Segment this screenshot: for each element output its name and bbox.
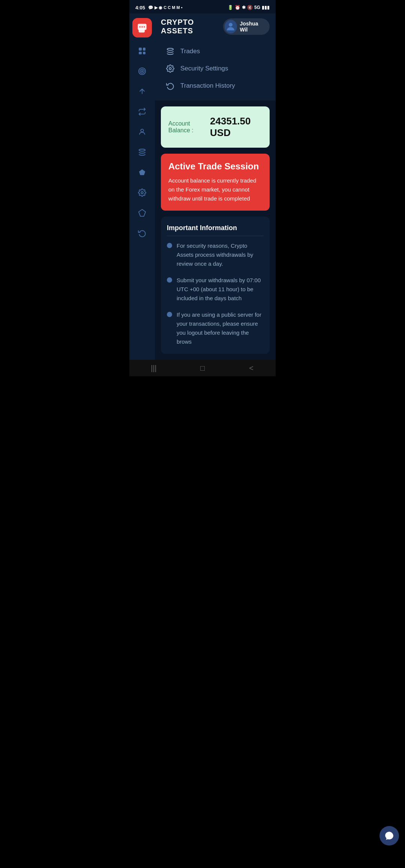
svg-point-14: [229, 23, 232, 27]
nav-item-trades[interactable]: Trades: [161, 43, 276, 60]
bottom-nav-menu-button[interactable]: |||: [147, 361, 160, 375]
info-item-text-2: Submit your withdrawals by 07:00 UTC +00…: [177, 276, 264, 303]
info-bullet-3: [167, 312, 172, 317]
svg-marker-11: [139, 169, 146, 175]
status-bar: 4:05 💬 ▶ ◉ C C M M • 🔋 ⏰ ✱ 🔇 5G ▮▮▮: [129, 0, 276, 13]
bottom-nav-back-button[interactable]: <: [244, 361, 258, 375]
transaction-history-label: Transaction History: [180, 82, 235, 90]
security-settings-label: Security Settings: [180, 65, 228, 72]
svg-point-9: [141, 129, 143, 132]
sidebar-chat-button[interactable]: [132, 18, 152, 37]
info-item-text-3: If you are using a public server for you…: [177, 310, 264, 346]
sidebar-item-exchange[interactable]: [135, 105, 149, 118]
svg-point-3: [141, 26, 143, 28]
nav-item-security[interactable]: Security Settings: [161, 60, 276, 77]
app-title: CRYPTO ASSETS: [161, 18, 223, 35]
time-display: 4:05: [135, 5, 145, 10]
info-list-item-1: For security reasons, Crypto Assets proc…: [167, 241, 264, 268]
user-name: Joshua Wil: [240, 21, 265, 33]
account-balance-card: Account Balance : 24351.50 USD: [161, 106, 270, 148]
bluetooth-icon: ✱: [242, 5, 246, 10]
alarm-icon: ⏰: [235, 5, 240, 10]
main-content: CRYPTO ASSETS Joshua Wil: [155, 13, 276, 360]
trade-session-title: Active Trade Session: [168, 161, 262, 172]
balance-amount: 24351.50 USD: [210, 115, 262, 139]
svg-point-12: [141, 192, 143, 194]
battery-icon: 🔋: [228, 5, 233, 10]
important-info-title: Important Information: [167, 224, 264, 236]
trades-label: Trades: [180, 48, 200, 55]
sidebar-item-settings[interactable]: [135, 186, 149, 199]
svg-marker-13: [139, 210, 146, 216]
svg-point-6: [140, 69, 144, 73]
sidebar-item-pentagon[interactable]: [135, 166, 149, 179]
svg-point-16: [169, 67, 171, 70]
info-bullet-2: [167, 277, 172, 283]
security-settings-icon: [165, 64, 175, 73]
header: CRYPTO ASSETS Joshua Wil: [155, 13, 276, 40]
svg-point-4: [144, 26, 145, 28]
transaction-history-icon: [165, 81, 175, 91]
sidebar: [129, 13, 155, 360]
svg-point-2: [139, 26, 141, 28]
important-info-list: For security reasons, Crypto Assets proc…: [167, 241, 264, 346]
signal-label: 5G: [254, 5, 260, 10]
trade-session-description: Account balance is currently traded on t…: [168, 176, 262, 203]
important-info-card: Important Information For security reaso…: [161, 217, 270, 354]
svg-point-10: [139, 149, 146, 151]
signal-bars: ▮▮▮: [262, 5, 270, 10]
sidebar-item-diamond[interactable]: [135, 206, 149, 220]
sidebar-item-dashboard[interactable]: [135, 44, 149, 58]
app-container: CRYPTO ASSETS Joshua Wil: [129, 13, 276, 360]
info-item-text-1: For security reasons, Crypto Assets proc…: [177, 241, 264, 268]
nav-item-transaction-history[interactable]: Transaction History: [161, 77, 276, 94]
mute-icon: 🔇: [247, 5, 253, 10]
info-bullet-1: [167, 243, 172, 248]
user-area[interactable]: Joshua Wil: [223, 18, 270, 35]
balance-label: Account Balance :: [168, 120, 208, 134]
sidebar-item-profile[interactable]: [135, 125, 149, 139]
svg-point-7: [141, 70, 143, 72]
status-time: 4:05 💬 ▶ ◉ C C M M •: [135, 5, 183, 10]
nav-menu: Trades Security Settings: [155, 40, 276, 100]
sidebar-item-layers[interactable]: [135, 145, 149, 159]
trade-session-card: Active Trade Session Account balance is …: [161, 154, 270, 211]
svg-point-15: [167, 48, 174, 51]
bottom-nav-home-button[interactable]: □: [196, 361, 209, 375]
user-avatar: [225, 20, 237, 33]
info-list-item-3: If you are using a public server for you…: [167, 310, 264, 346]
trades-icon: [165, 46, 175, 56]
sidebar-item-target[interactable]: [135, 64, 149, 78]
bottom-navigation-bar: ||| □ <: [129, 360, 276, 376]
sidebar-item-history[interactable]: [135, 226, 149, 240]
info-list-item-2: Submit your withdrawals by 07:00 UTC +00…: [167, 276, 264, 303]
svg-rect-1: [139, 28, 145, 33]
status-right-icons: 🔋 ⏰ ✱ 🔇 5G ▮▮▮: [228, 5, 270, 10]
sidebar-item-upload[interactable]: [135, 85, 149, 98]
